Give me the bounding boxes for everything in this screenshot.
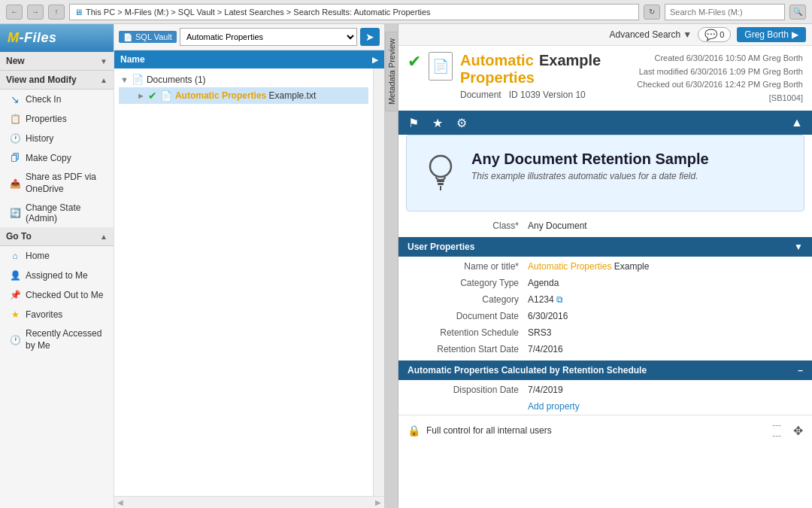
prop-value-name: Automatic Properties Example (528, 261, 803, 272)
col-name-label: Name (120, 54, 372, 65)
home-icon: ⌂ (9, 250, 21, 262)
meta-created: Created 6/30/2016 10:50 AM Greg Borth (608, 52, 803, 65)
assigned-icon: 👤 (9, 269, 21, 281)
file-item-1[interactable]: ► ✔ 📄 Automatic Properties Example.txt (119, 87, 368, 104)
new-label: New (6, 56, 25, 66)
search-button[interactable]: 🔍 (789, 5, 806, 20)
vault-label: 📄 SQL Vault (119, 31, 177, 43)
filelist-scrollbar[interactable] (373, 68, 384, 496)
sidebar-item-checked-out[interactable]: 📌 Checked Out to Me (0, 285, 114, 305)
sidebar-item-share-pdf[interactable]: 📤 Share as PDF via OneDrive (0, 168, 114, 199)
auto-props-collapse-icon[interactable]: – (798, 365, 803, 376)
sidebar-item-check-in[interactable]: ↘ Check In (0, 90, 114, 109)
prop-value-retention-schedule: SRS3 (528, 327, 803, 338)
change-state-label: Change State (Admin) (26, 202, 108, 224)
sidebar-item-history[interactable]: 🕐 History (0, 129, 114, 148)
address-bar[interactable]: 🖥 This PC > M-Files (M:) > SQL Vault > L… (69, 4, 639, 20)
detail-topbar: Advanced Search ▼ 💬 0 Greg Borth ▶ (398, 24, 812, 46)
prop-value-category: A1234 ⧉ (528, 294, 803, 305)
home-label: Home (26, 251, 50, 261)
goto-section-header[interactable]: Go To ▲ (0, 227, 114, 246)
comment-count: 0 (720, 30, 724, 39)
col-sort-icon[interactable]: ▶ (372, 56, 378, 64)
class-row: Class* Any Document (398, 217, 812, 234)
auto-props-header: Automatic Properties Calculated by Reten… (398, 360, 812, 380)
share-pdf-icon: 📤 (9, 178, 21, 190)
change-state-icon: 🔄 (9, 207, 21, 219)
sidebar-item-assigned[interactable]: 👤 Assigned to Me (0, 266, 114, 285)
assigned-label: Assigned to Me (26, 270, 88, 281)
file-meta-right: Created 6/30/2016 10:50 AM Greg Borth La… (608, 52, 803, 105)
forward-button[interactable]: → (27, 5, 44, 20)
file-title-rest: Example (539, 52, 601, 69)
class-label: Class* (408, 221, 528, 231)
add-property-link[interactable]: Add property (398, 398, 812, 415)
view-modify-label: View and Modify (6, 75, 77, 85)
prop-value-disposition-date: 7/4/2019 (528, 385, 803, 395)
sidebar-item-home[interactable]: ⌂ Home (0, 246, 114, 266)
sidebar-item-favorites[interactable]: ★ Favorites (0, 305, 114, 324)
back-button[interactable]: ← (6, 5, 23, 20)
check-status-icon: ✔ (408, 52, 421, 71)
recent-icon: 🕐 (9, 334, 21, 346)
prop-value-retention-start: 7/4/2016 (528, 344, 803, 354)
svg-rect-2 (438, 183, 444, 185)
prop-row-name: Name or title* Automatic Properties Exam… (398, 258, 812, 275)
browser-bar: ← → ↑ 🖥 This PC > M-Files (M:) > SQL Vau… (0, 0, 812, 24)
sidebar-item-make-copy[interactable]: 🗍 Make Copy (0, 148, 114, 168)
user-props-label: User Properties (408, 242, 474, 252)
file-title-highlight: Automatic Properties (460, 52, 535, 87)
perm-dashes-1: --- (772, 420, 781, 430)
meta-checked-out: Checked out 6/30/2016 12:42 PM Greg Bort… (608, 78, 803, 105)
vault-dropdown[interactable]: Automatic Properties (180, 28, 357, 46)
sidebar-item-recent[interactable]: 🕐 Recently Accessed by Me (0, 324, 114, 355)
lightbulb-icon (422, 151, 459, 196)
user-props-collapse-icon[interactable]: ▼ (794, 242, 803, 252)
checked-out-label: Checked Out to Me (26, 290, 103, 300)
file-group-header[interactable]: ▼ 📄 Documents (1) (119, 71, 368, 87)
prop-label-retention-schedule: Retention Schedule (408, 327, 528, 338)
app-logo: M-Files (0, 24, 114, 52)
doc-type-label: Document (460, 90, 501, 100)
prop-value-category-type: Agenda (528, 278, 803, 288)
sidebar-item-properties[interactable]: 📋 Properties (0, 109, 114, 129)
metadata-tab-label[interactable]: Metadata Preview (385, 32, 398, 111)
properties-icon: 📋 (9, 113, 21, 125)
prop-value-doc-date: 6/30/2016 (528, 311, 803, 321)
doc-thumbnail-content: Any Document Retention Sample This examp… (471, 151, 709, 181)
file-info-row: Document ID 1039 Version 10 (460, 90, 601, 100)
user-button[interactable]: Greg Borth ▶ (737, 27, 806, 42)
history-icon: 🕐 (9, 132, 21, 144)
file-title-text: Automatic Properties Example Document ID… (460, 52, 601, 100)
check-in-label: Check In (26, 94, 61, 105)
advanced-search-button[interactable]: Advanced Search ▼ (610, 29, 692, 40)
flag-button[interactable]: ⚑ (404, 114, 423, 132)
search-input[interactable] (665, 4, 785, 20)
category-link-icon[interactable]: ⧉ (556, 294, 563, 305)
settings-button[interactable]: ⚙ (453, 114, 471, 132)
comment-badge[interactable]: 💬 0 (698, 27, 731, 42)
vault-navigate-button[interactable]: ➤ (360, 28, 380, 46)
perm-dashes-2: --- (772, 430, 781, 441)
metadata-tab-text: Metadata Preview (387, 38, 396, 105)
checked-out-icon: 📌 (9, 289, 21, 301)
view-modify-section-header[interactable]: View and Modify ▲ (0, 71, 114, 90)
collapse-button[interactable]: ▲ (788, 114, 806, 132)
new-section-header[interactable]: New ▼ (0, 52, 114, 71)
star-button[interactable]: ★ (429, 114, 447, 132)
filelist-bottom-bar: ◀ ▶ (114, 496, 384, 508)
detail-area: Advanced Search ▼ 💬 0 Greg Borth ▶ ✔ 📄 (398, 24, 812, 508)
user-arrow-icon: ▶ (792, 29, 798, 40)
up-button[interactable]: ↑ (48, 5, 65, 20)
sidebar-item-change-state[interactable]: 🔄 Change State (Admin) (0, 199, 114, 227)
doc-id-version: ID 1039 Version 10 (509, 90, 586, 100)
prop-row-doc-date: Document Date 6/30/2016 (398, 308, 812, 324)
filelist-toolbar: 📄 SQL Vault Automatic Properties ➤ (114, 24, 384, 50)
filelist-area: 📄 SQL Vault Automatic Properties ➤ Name … (114, 24, 385, 508)
favorites-label: Favorites (26, 309, 62, 320)
permissions-text: Full control for all internal users (426, 425, 766, 436)
vault-name: SQL Vault (135, 32, 172, 41)
permissions-gear-icon[interactable]: ✥ (793, 424, 803, 438)
refresh-button[interactable]: ↻ (644, 5, 660, 20)
file-group-documents: ▼ 📄 Documents (1) ► ✔ 📄 Automatic Proper… (114, 68, 373, 107)
